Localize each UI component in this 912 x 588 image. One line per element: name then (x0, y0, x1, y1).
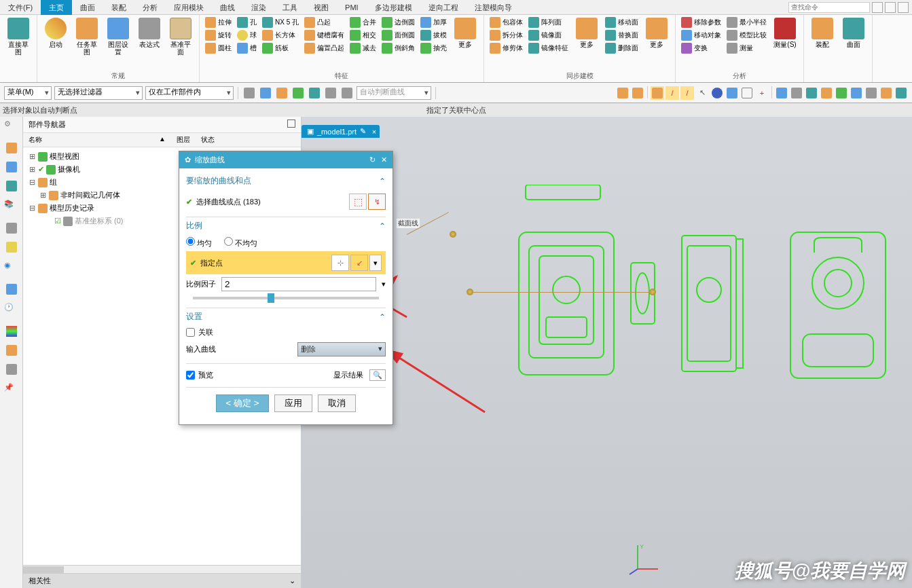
collapse-icon-3[interactable]: ⌃ (379, 312, 386, 322)
menu-file[interactable]: 文件(F) (0, 0, 41, 15)
draft-button[interactable]: 拔模 (419, 29, 448, 41)
menu-mold[interactable]: 注塑模向导 (467, 0, 520, 15)
snap-10[interactable]: + (755, 86, 769, 100)
pattern-face-button[interactable]: 阵列面 (527, 16, 570, 29)
snap-3[interactable] (651, 86, 664, 100)
view-8[interactable] (879, 86, 893, 100)
related-panel[interactable]: 相关性⌄ (23, 573, 301, 588)
tb-btn-5[interactable] (308, 86, 321, 100)
menu-polygon[interactable]: 多边形建模 (367, 0, 420, 15)
menu-render[interactable]: 渲染 (243, 0, 274, 15)
col-status[interactable]: 状态 (196, 133, 220, 147)
rail-color-icon[interactable] (6, 326, 17, 337)
rail-pin-icon[interactable]: 📌 (4, 383, 19, 398)
model-compare-button[interactable]: 模型比较 (725, 29, 768, 41)
sketch-button[interactable]: 直接草图 (4, 16, 33, 57)
cylinder-button[interactable]: 圆柱 (204, 42, 233, 54)
tb-btn-1[interactable] (242, 86, 256, 100)
bounding-body-button[interactable]: 包容体 (488, 16, 524, 29)
collapse-icon[interactable]: ⌃ (379, 177, 386, 186)
feature-more-button[interactable]: 更多 (451, 16, 479, 50)
rail-web-icon[interactable]: ◉ (4, 261, 19, 276)
menu-reverse[interactable]: 逆向工程 (420, 0, 467, 15)
select-curve-button[interactable]: ↯ (368, 194, 386, 210)
thicken-button[interactable]: 加厚 (419, 16, 448, 29)
scale-slider[interactable] (186, 294, 386, 305)
move-object-button[interactable]: 移动对象 (680, 29, 723, 41)
rail-settings-icon[interactable]: ⚙ (4, 120, 19, 134)
ok-button[interactable]: < 确定 > (216, 394, 270, 412)
handle-point-2[interactable] (649, 289, 656, 295)
menu-curve[interactable]: 曲线 (212, 0, 243, 15)
snap-8[interactable] (725, 86, 739, 100)
dialog-titlebar[interactable]: ✿ 缩放曲线 ↻ ✕ (179, 151, 393, 168)
col-name[interactable]: 名称 (23, 133, 159, 147)
point-constructor-button[interactable]: ⊹ (331, 255, 349, 271)
measure-big-button[interactable]: 测量(S) (771, 16, 799, 50)
nx5hole-button[interactable]: NX 5 孔 (261, 16, 300, 29)
factor-dropdown[interactable]: ▾ (382, 280, 386, 289)
radio-uniform[interactable]: 均匀 (186, 237, 212, 249)
point-dropdown-button[interactable]: ▾ (369, 255, 382, 271)
col-layer[interactable]: 图层 (171, 133, 196, 147)
tb-btn-4[interactable] (291, 86, 305, 100)
task-sketch-button[interactable]: 任务草图 (73, 16, 101, 57)
specify-point-row[interactable]: ✔ 指定点 ⊹ ↙ ▾ (186, 251, 386, 274)
rail-book-icon[interactable]: 📚 (4, 200, 19, 215)
tb-btn-2[interactable] (259, 86, 272, 100)
associative-checkbox[interactable] (186, 328, 195, 337)
snap-1[interactable] (616, 86, 630, 100)
snap-6[interactable]: ↖ (695, 86, 709, 100)
menu-tools[interactable]: 工具 (274, 0, 306, 15)
snap-5[interactable]: / (680, 86, 694, 100)
select-add-button[interactable]: ⬚ (349, 194, 367, 210)
menu-home[interactable]: 主页 (41, 0, 72, 15)
input-curve-combo[interactable]: 删除 (297, 342, 386, 356)
close-icon[interactable]: ✕ (381, 155, 387, 164)
apply-button[interactable]: 应用 (274, 394, 312, 412)
rail-clock-icon[interactable]: 🕐 (4, 303, 19, 318)
delete-face-button[interactable]: 删除面 (604, 42, 640, 54)
transform-button[interactable]: 变换 (680, 42, 723, 54)
rib-button[interactable]: 筋板 (261, 42, 300, 54)
mirror-face-button[interactable]: 镜像面 (527, 29, 570, 41)
command-search[interactable] (788, 2, 870, 13)
tb-btn-6[interactable] (324, 86, 338, 100)
collapse-icon-2[interactable]: ⌃ (379, 221, 386, 231)
handle-point-3[interactable] (450, 231, 456, 238)
rail-measure-icon[interactable] (6, 345, 17, 356)
snap-9[interactable] (740, 86, 754, 100)
hole-button[interactable]: 孔 (236, 16, 258, 29)
tb-btn-3[interactable] (275, 86, 289, 100)
view-6[interactable] (850, 86, 863, 100)
start-button[interactable]: 启动 (41, 16, 70, 50)
rail-constraint-icon[interactable] (6, 181, 17, 191)
groove-button[interactable]: 槽 (236, 42, 258, 54)
view-4[interactable] (820, 86, 833, 100)
edge-blend-button[interactable]: 边倒圆 (380, 16, 416, 29)
reset-icon[interactable]: ↻ (369, 155, 376, 164)
sphere-button[interactable]: 球 (236, 29, 258, 41)
mirror-feature-button[interactable]: 镜像特征 (527, 42, 570, 54)
view-7[interactable] (864, 86, 878, 100)
document-tab[interactable]: ▣ _model1.prt ✎ × (302, 125, 380, 138)
assembly-button[interactable]: 装配 (808, 16, 837, 50)
rail-assembly-icon[interactable] (6, 162, 17, 172)
scope-combo[interactable]: 仅在工作部件内 (145, 86, 234, 100)
filter-combo[interactable]: 无选择过滤器 (54, 86, 143, 100)
restore-button[interactable] (898, 2, 909, 13)
chamfer-button[interactable]: 倒斜角 (380, 42, 416, 54)
subtract-button[interactable]: 减去 (348, 42, 378, 54)
menu-surface[interactable]: 曲面 (72, 0, 103, 15)
menu-analysis[interactable]: 分析 (134, 0, 166, 15)
view-1[interactable] (775, 86, 788, 100)
view-2[interactable] (790, 86, 803, 100)
menu-app[interactable]: 应用模块 (166, 0, 212, 15)
shell-button[interactable]: 抽壳 (419, 42, 448, 54)
revolve-button[interactable]: 旋转 (204, 29, 233, 41)
expression-button[interactable]: 表达式 (135, 16, 164, 50)
scale-factor-input[interactable] (221, 277, 376, 291)
rail-history-icon[interactable] (6, 223, 17, 234)
nav-pin-icon[interactable] (287, 120, 295, 128)
replace-face-button[interactable]: 替换面 (604, 29, 640, 41)
